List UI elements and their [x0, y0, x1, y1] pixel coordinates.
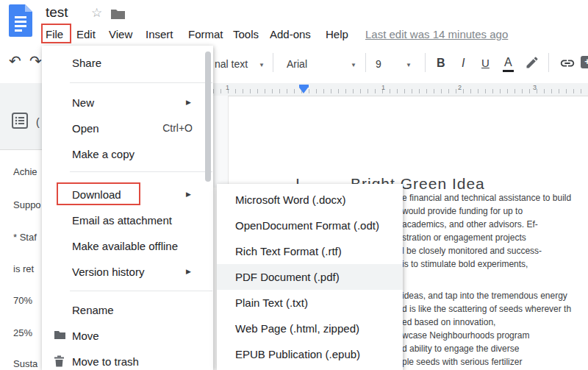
font-size-select[interactable]: 9 [376, 58, 381, 70]
ruler-ticks [213, 89, 588, 93]
move-folder-icon[interactable] [110, 7, 126, 20]
trash-icon [54, 355, 65, 367]
doc-text-fragment: * Staf [13, 232, 37, 243]
submenu-item-txt[interactable]: Plain Text (.txt) [217, 290, 403, 316]
ruler-number: 3 [533, 84, 537, 91]
insert-link-icon[interactable] [559, 55, 576, 71]
menu-item-rename[interactable]: Rename [42, 297, 213, 323]
doc-text-line: d ability to engage the diverse [402, 344, 519, 354]
doc-text-line: ideas, and tap into the tremendous energ… [402, 291, 567, 301]
menu-tools[interactable]: Tools [233, 28, 259, 40]
submenu-item-rtf[interactable]: Rich Text Format (.rtf) [217, 238, 403, 264]
chevron-down-icon[interactable]: ▼ [406, 62, 412, 68]
submenu-arrow-icon: ▶ [186, 182, 191, 207]
toolbar-separator [425, 53, 426, 72]
menu-item-move-to-trash[interactable]: Move to trash [42, 349, 213, 370]
ruler-number: 1 [381, 84, 385, 91]
toolbar-separator [548, 53, 549, 72]
menu-item-share[interactable]: Share [42, 50, 213, 76]
doc-text-line: would provide funding for up to [402, 206, 523, 216]
submenu-item-epub[interactable]: EPUB Publication (.epub) [217, 341, 403, 367]
download-annotation-box [57, 182, 140, 205]
doc-text-line: ed based on innovation, [402, 317, 495, 327]
undo-icon[interactable]: ↶ [9, 52, 21, 70]
folder-icon [54, 330, 66, 340]
doc-text-fragment: is ret [13, 263, 34, 274]
submenu-item-odt[interactable]: OpenDocument Format (.odt) [217, 213, 403, 238]
file-menu: Share New▶ OpenCtrl+O Make a copy Downlo… [42, 46, 213, 370]
doc-text-line: d is like the scattering of seeds wherev… [402, 304, 571, 314]
page-top-edge [228, 96, 588, 96]
font-family-select[interactable]: Arial [287, 58, 307, 70]
highlight-color-icon[interactable] [525, 55, 539, 70]
ruler-number: 1 [226, 84, 229, 91]
menu-item-make-available-offline[interactable]: Make available offline [42, 233, 213, 259]
menu-divider [70, 82, 212, 83]
doc-text-line: wcase Neighbourhoods program [402, 330, 529, 341]
menu-format[interactable]: Format [188, 28, 223, 40]
document-title[interactable]: test [46, 4, 68, 21]
submenu-arrow-icon: ▶ [186, 90, 191, 115]
last-edit-link[interactable]: Last edit was 14 minutes ago [365, 28, 508, 40]
menu-item-version-history[interactable]: Version history▶ [42, 259, 213, 285]
menu-view[interactable]: View [109, 28, 132, 40]
menu-item-make-a-copy[interactable]: Make a copy [42, 141, 213, 167]
doc-text-line: ple seeds with serious fertilizer [402, 357, 522, 367]
star-icon[interactable]: ☆ [91, 5, 102, 21]
underline-button[interactable]: U [481, 57, 490, 69]
menu-insert[interactable]: Insert [146, 28, 173, 40]
italic-button[interactable]: I [462, 57, 465, 70]
menu-edit[interactable]: Edit [76, 28, 96, 40]
submenu-item-html[interactable]: Web Page (.html, zipped) [217, 316, 403, 341]
indent-marker-triangle[interactable] [299, 88, 308, 93]
doc-text-fragment: 70% [13, 295, 32, 306]
chevron-down-icon[interactable]: ▼ [351, 62, 356, 68]
doc-text-fragment: Achie [13, 166, 37, 177]
document-outline-icon[interactable] [11, 112, 29, 129]
menu-item-new[interactable]: New▶ [42, 90, 213, 115]
toolbar-separator [273, 53, 273, 72]
canvas-background [213, 96, 228, 188]
shortcut-label: Ctrl+O [162, 115, 193, 141]
menu-scrollbar[interactable] [205, 51, 211, 182]
doc-text-line: is to stimulate bold experiments, [402, 259, 528, 269]
menu-addons[interactable]: Add-ons [270, 28, 311, 40]
paragraph-style-select[interactable]: nal text [215, 58, 248, 70]
doc-text-line: e financial and technical assistance to … [402, 193, 571, 203]
chevron-down-icon[interactable]: ▼ [259, 62, 265, 68]
doc-text-fragment: 25% [13, 327, 32, 338]
doc-text-fragment: Suppo [13, 199, 41, 210]
menu-item-email-as-attachment[interactable]: Email as attachment [42, 207, 213, 233]
doc-text-line: academics, and other advisors. Ef- [402, 219, 538, 230]
menu-help[interactable]: Help [326, 28, 348, 40]
submenu-item-docx[interactable]: Microsoft Word (.docx) [217, 187, 403, 213]
doc-text-fragment: Susta [13, 358, 37, 369]
submenu-arrow-icon: ▶ [186, 259, 191, 285]
menu-item-move[interactable]: Move [42, 323, 213, 349]
google-docs-app: { "header": { "doc_title": "test", "menu… [0, 0, 588, 370]
doc-text-line: l be closely monitored and success- [402, 246, 542, 256]
ruler-number: 2 [458, 84, 462, 91]
google-docs-logo[interactable] [9, 4, 32, 37]
text-color-button[interactable]: A [503, 56, 514, 72]
download-submenu: Microsoft Word (.docx) OpenDocument Form… [217, 184, 403, 370]
bold-button[interactable]: B [437, 57, 445, 70]
redo-icon[interactable]: ↷ [29, 52, 42, 70]
submenu-item-pdf[interactable]: PDF Document (.pdf) [217, 264, 403, 290]
menu-divider [70, 171, 212, 172]
file-annotation-box [41, 24, 71, 43]
doc-text-line: stration or engagement projects [402, 232, 526, 243]
toolbar-separator [365, 53, 366, 72]
menu-item-open[interactable]: OpenCtrl+O [42, 115, 213, 141]
menu-divider [70, 291, 212, 291]
clipped-text-fragment: ( [36, 116, 40, 128]
page-left-edge [228, 96, 229, 184]
add-comment-icon[interactable]: + [581, 56, 588, 68]
